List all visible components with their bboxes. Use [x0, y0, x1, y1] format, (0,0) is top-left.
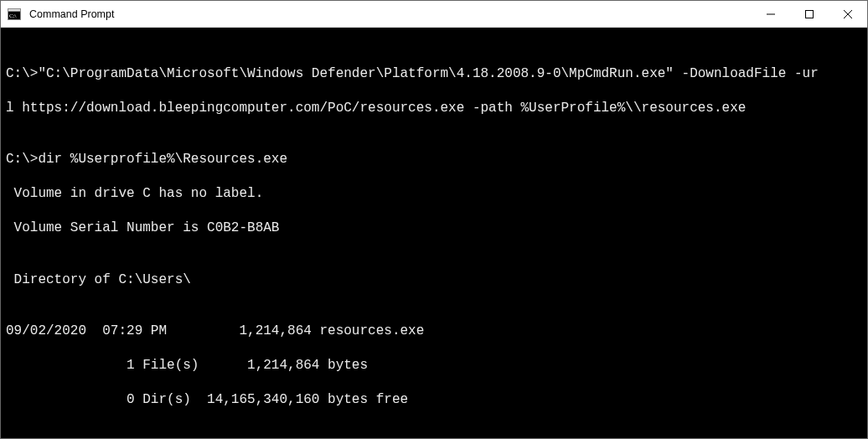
window-title: Command Prompt — [28, 8, 752, 20]
output-line: Volume Serial Number is C0B2-B8AB — [6, 220, 862, 236]
output-line: 1 File(s) 1,214,864 bytes — [6, 357, 862, 374]
terminal-output[interactable]: C:\>"C:\ProgramData\Microsoft\Windows De… — [1, 28, 867, 438]
svg-rect-1 — [8, 8, 21, 11]
output-line: 0 Dir(s) 14,165,340,160 bytes free — [6, 391, 862, 408]
output-line: l https://download.bleepingcomputer.com/… — [6, 100, 862, 116]
output-line: C:\>"C:\ProgramData\Microsoft\Windows De… — [6, 65, 862, 82]
titlebar[interactable]: C:\ Command Prompt — [1, 1, 867, 28]
minimize-button[interactable] — [752, 1, 790, 27]
redacted-username — [191, 276, 225, 287]
svg-rect-3 — [806, 10, 814, 18]
directory-of-text: Directory of C:\Users\ — [6, 272, 191, 287]
svg-text:C:\: C:\ — [9, 13, 17, 19]
output-line: C:\>dir %Userprofile%\Resources.exe — [6, 151, 862, 168]
output-line: Directory of C:\Users\ — [6, 271, 862, 288]
window-controls — [752, 1, 867, 27]
output-line: 09/02/2020 07:29 PM 1,214,864 resources.… — [6, 323, 862, 339]
output-line: Volume in drive C has no label. — [6, 185, 862, 202]
close-button[interactable] — [829, 1, 867, 27]
command-prompt-window: C:\ Command Prompt C:\>"C:\ProgramData\M… — [0, 0, 868, 439]
maximize-button[interactable] — [790, 1, 829, 27]
cmd-icon: C:\ — [8, 8, 21, 21]
